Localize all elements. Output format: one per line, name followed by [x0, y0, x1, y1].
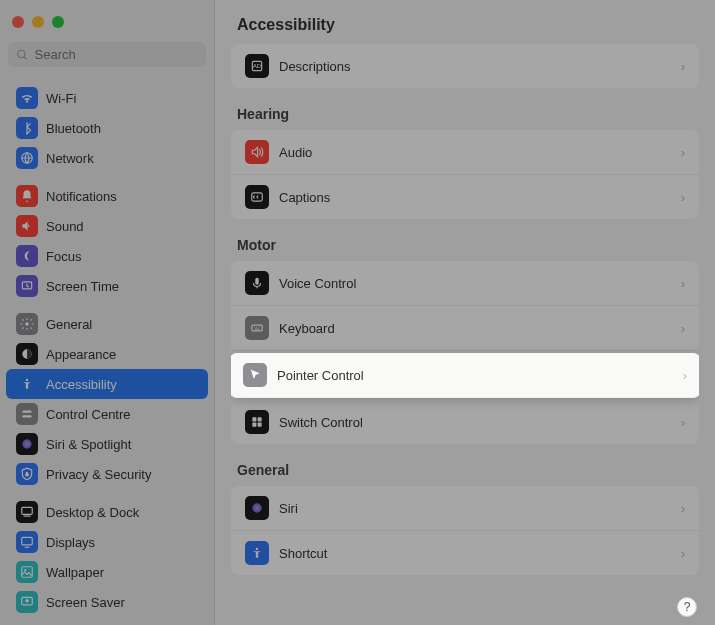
- focus-icon: [16, 245, 38, 267]
- svg-point-27: [256, 548, 258, 550]
- sidebar-nav: Wi-FiBluetoothNetworkNotificationsSoundF…: [0, 75, 214, 625]
- svg-rect-25: [258, 423, 262, 427]
- sidebar-item-displays[interactable]: Displays: [6, 527, 208, 557]
- section-header: Motor: [215, 219, 715, 261]
- general-icon: [16, 313, 38, 335]
- svg-line-1: [24, 56, 27, 59]
- chevron-right-icon: ›: [681, 190, 685, 205]
- accessibility-icon: [16, 373, 38, 395]
- switchcontrol-icon: [245, 410, 269, 434]
- svg-point-9: [22, 439, 31, 448]
- wallpaper-icon: [16, 561, 38, 583]
- sidebar-item-appearance[interactable]: Appearance: [6, 339, 208, 369]
- settings-row-keyboard[interactable]: Keyboard›: [231, 306, 699, 351]
- svg-rect-8: [22, 415, 31, 417]
- sidebar-item-wallpaper[interactable]: Wallpaper: [6, 557, 208, 587]
- shortcut-icon: [245, 541, 269, 565]
- pointercontrol-icon: [243, 363, 267, 387]
- sidebar-item-desktop[interactable]: Desktop & Dock: [6, 497, 208, 527]
- sidebar-item-wifi[interactable]: Wi-Fi: [6, 83, 208, 113]
- svg-rect-22: [252, 417, 256, 421]
- settings-row-voicecontrol[interactable]: Voice Control›: [231, 261, 699, 306]
- sidebar-item-controlcentre[interactable]: Control Centre: [6, 399, 208, 429]
- settings-panel: Audio›Captions›: [231, 130, 699, 219]
- sidebar-item-privacy[interactable]: Privacy & Security: [6, 459, 208, 489]
- chevron-right-icon: ›: [683, 368, 687, 383]
- settings-row-label: Keyboard: [279, 321, 671, 336]
- settings-panel: Voice Control›Keyboard›Pointer Control›S…: [231, 261, 699, 444]
- sidebar-item-label: Accessibility: [46, 377, 117, 392]
- settings-row-audio[interactable]: Audio›: [231, 130, 699, 175]
- help-button[interactable]: ?: [677, 597, 697, 617]
- section-header: General: [215, 444, 715, 486]
- settings-row-shortcut[interactable]: Shortcut›: [231, 531, 699, 575]
- settings-row-siri[interactable]: Siri›: [231, 486, 699, 531]
- screentime-icon: [16, 275, 38, 297]
- svg-point-16: [25, 599, 29, 603]
- sound-icon: [16, 215, 38, 237]
- settings-row-label: Pointer Control: [277, 368, 673, 383]
- settings-panel: Siri›Shortcut›: [231, 486, 699, 575]
- sidebar-item-network[interactable]: Network: [6, 143, 208, 173]
- chevron-right-icon: ›: [681, 415, 685, 430]
- sidebar-item-label: Bluetooth: [46, 121, 101, 136]
- minimize-window-button[interactable]: [32, 16, 44, 28]
- sidebar-item-label: Focus: [46, 249, 81, 264]
- captions-icon: [245, 185, 269, 209]
- settings-row-label: Siri: [279, 501, 671, 516]
- settings-row-captions[interactable]: Captions›: [231, 175, 699, 219]
- screensaver-icon: [16, 591, 38, 613]
- siri-icon: [245, 496, 269, 520]
- controlcentre-icon: [16, 403, 38, 425]
- svg-text:AD: AD: [253, 63, 261, 69]
- chevron-right-icon: ›: [681, 546, 685, 561]
- wifi-icon: [16, 87, 38, 109]
- sidebar-item-focus[interactable]: Focus: [6, 241, 208, 271]
- sidebar-item-sound[interactable]: Sound: [6, 211, 208, 241]
- search-input[interactable]: [35, 47, 198, 62]
- sidebar-item-label: Network: [46, 151, 94, 166]
- search-field[interactable]: [8, 42, 206, 67]
- svg-rect-24: [252, 423, 256, 427]
- sidebar-item-screensaver[interactable]: Screen Saver: [6, 587, 208, 617]
- desktop-icon: [16, 501, 38, 523]
- chevron-right-icon: ›: [681, 145, 685, 160]
- descriptions-icon: AD: [245, 54, 269, 78]
- close-window-button[interactable]: [12, 16, 24, 28]
- svg-rect-23: [258, 417, 262, 421]
- search-icon: [16, 48, 29, 62]
- sidebar-item-accessibility[interactable]: Accessibility: [6, 369, 208, 399]
- svg-rect-13: [22, 567, 33, 578]
- sidebar-item-label: Notifications: [46, 189, 117, 204]
- settings-row-label: Captions: [279, 190, 671, 205]
- sidebar-item-label: Appearance: [46, 347, 116, 362]
- sidebar-item-label: Screen Time: [46, 279, 119, 294]
- displays-icon: [16, 531, 38, 553]
- settings-row-switchcontrol[interactable]: Switch Control›: [231, 400, 699, 444]
- sidebar-item-label: Control Centre: [46, 407, 131, 422]
- chevron-right-icon: ›: [681, 59, 685, 74]
- keyboard-icon: [245, 316, 269, 340]
- svg-point-4: [25, 322, 29, 326]
- sidebar-item-bluetooth[interactable]: Bluetooth: [6, 113, 208, 143]
- audio-icon: [245, 140, 269, 164]
- window-controls: [0, 8, 214, 42]
- svg-point-6: [26, 379, 28, 381]
- sidebar-item-screentime[interactable]: Screen Time: [6, 271, 208, 301]
- svg-point-0: [18, 50, 25, 57]
- settings-row-label: Shortcut: [279, 546, 671, 561]
- sidebar-item-label: Siri & Spotlight: [46, 437, 131, 452]
- privacy-icon: [16, 463, 38, 485]
- settings-row-pointercontrol[interactable]: Pointer Control›: [231, 353, 699, 398]
- page-title: Accessibility: [215, 0, 715, 44]
- sidebar-item-general[interactable]: General: [6, 309, 208, 339]
- main-content: Accessibility ADDescriptions› HearingAud…: [215, 0, 715, 625]
- sidebar-item-siri[interactable]: Siri & Spotlight: [6, 429, 208, 459]
- sidebar-item-notifications[interactable]: Notifications: [6, 181, 208, 211]
- sidebar-item-label: Desktop & Dock: [46, 505, 139, 520]
- svg-rect-7: [22, 411, 31, 413]
- section-header: Hearing: [215, 88, 715, 130]
- sidebar-item-label: General: [46, 317, 92, 332]
- fullscreen-window-button[interactable]: [52, 16, 64, 28]
- settings-row-descriptions[interactable]: ADDescriptions›: [231, 44, 699, 88]
